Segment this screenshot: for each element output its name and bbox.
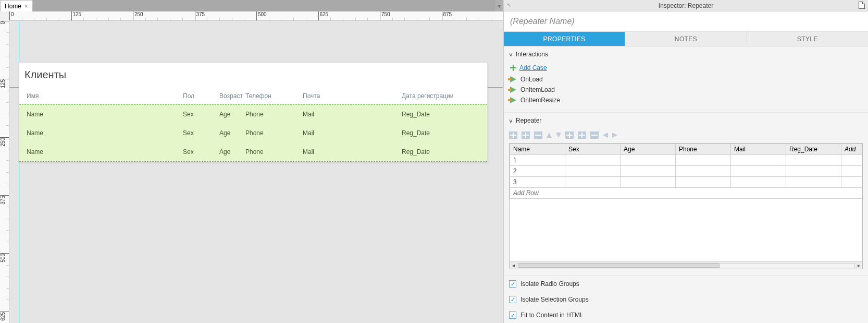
checkbox-isolate-selection[interactable]: Isolate Selection Groups: [504, 292, 868, 307]
section-repeater: Repeater NameSexAgePhoneMailReg_DateAdd1…: [504, 113, 868, 276]
dataset-cell[interactable]: [565, 166, 621, 177]
checkbox-fit-to-content[interactable]: Fit to Content in HTML: [504, 307, 868, 323]
event-label: OnItemLoad: [520, 86, 555, 93]
tab-notes[interactable]: NOTES: [625, 32, 747, 46]
dataset-row[interactable]: 1: [510, 155, 862, 166]
page-tab-label: Home: [5, 3, 21, 10]
section-header-repeater[interactable]: Repeater: [504, 113, 868, 128]
event-item[interactable]: OnItemLoad: [510, 86, 862, 93]
section-header-interactions[interactable]: Interactions: [504, 46, 868, 62]
move-up-icon[interactable]: [547, 133, 552, 138]
dataset-column-header[interactable]: Mail: [731, 144, 786, 155]
cell-sex: Sex: [183, 111, 219, 118]
canvas-area[interactable]: Клиенты Имя Пол Возраст Телефон Почта Да…: [9, 21, 503, 323]
dataset-cell[interactable]: [731, 155, 786, 166]
cell-sex: Sex: [183, 129, 219, 137]
dataset-cell[interactable]: [731, 177, 786, 188]
checkbox-isolate-radio[interactable]: Isolate Radio Groups: [504, 276, 868, 292]
dataset-cell[interactable]: [786, 166, 841, 177]
event-icon: [510, 87, 516, 93]
insert-row-icon[interactable]: [509, 131, 517, 139]
dataset-horizontal-scrollbar[interactable]: ◂ ▸: [510, 261, 862, 269]
table-row[interactable]: NameSexAgePhoneMailReg_Date: [19, 124, 487, 142]
dataset-column-header[interactable]: Phone: [676, 144, 731, 155]
table-row[interactable]: NameSexAgePhoneMailReg_Date: [19, 142, 487, 161]
tab-style[interactable]: STYLE: [747, 32, 868, 46]
checkbox-icon[interactable]: [509, 280, 516, 288]
inspector-tabs: PROPERTIES NOTES STYLE: [504, 32, 868, 46]
dataset-cell[interactable]: [786, 155, 841, 166]
widget-name-input[interactable]: (Repeater Name): [504, 11, 868, 32]
dataset-row[interactable]: 2: [510, 166, 862, 177]
cell-sex: Sex: [183, 148, 219, 155]
event-item[interactable]: OnLoad: [510, 76, 862, 83]
dataset-cell[interactable]: [786, 177, 841, 188]
checkbox-icon[interactable]: [509, 296, 516, 303]
dataset-add-column[interactable]: Add: [841, 144, 862, 155]
header-phone: Телефон: [245, 92, 303, 100]
ruler-vertical[interactable]: 0125250375500625: [0, 21, 9, 323]
delete-column-icon[interactable]: [534, 131, 542, 139]
dataset-cell[interactable]: [731, 166, 786, 177]
cell-age: Age: [219, 129, 245, 137]
event-item[interactable]: OnItemResize: [510, 97, 862, 104]
section-interactions: Interactions Add Case OnLoadOnItemLoadOn…: [504, 46, 868, 113]
close-icon[interactable]: ×: [24, 3, 28, 10]
dataset-cell[interactable]: [676, 166, 731, 177]
cell-phone: Phone: [245, 129, 303, 137]
add-case-button[interactable]: Add Case: [509, 62, 863, 76]
ruler-horizontal[interactable]: 01252503755006257508751000: [0, 11, 503, 21]
add-row-icon[interactable]: [565, 131, 574, 139]
dataset-column-header[interactable]: Sex: [565, 144, 621, 155]
tab-properties[interactable]: PROPERTIES: [504, 32, 625, 46]
event-label: OnItemResize: [520, 97, 560, 104]
dataset-row[interactable]: 3: [510, 177, 862, 188]
cell-phone: Phone: [245, 111, 303, 118]
repeater-widget[interactable]: NameSexAgePhoneMailReg_DateNameSexAgePho…: [19, 104, 487, 162]
section-title: Repeater: [516, 117, 541, 124]
dataset-cell[interactable]: [621, 155, 676, 166]
ruler-corner: [0, 11, 9, 21]
inspector-panel: ↖ Inspector: Repeater (Repeater Name) PR…: [503, 0, 868, 323]
dataset-column-header[interactable]: Name: [510, 144, 565, 155]
scroll-right-button[interactable]: ▸: [855, 262, 862, 269]
page-tab-home[interactable]: Home ×: [0, 0, 33, 11]
dataset-cell[interactable]: [621, 177, 676, 188]
dataset-add-row[interactable]: Add Row: [510, 188, 862, 199]
cell-reg: Reg_Date: [402, 111, 480, 118]
tabs-dropdown-button[interactable]: [495, 0, 503, 11]
move-left-icon[interactable]: [603, 133, 608, 138]
cell-age: Age: [219, 111, 245, 118]
delete-row-icon[interactable]: [590, 131, 599, 139]
table-row[interactable]: NameSexAgePhoneMailReg_Date: [19, 105, 487, 124]
dataset-cell[interactable]: [676, 155, 731, 166]
header-name: Имя: [27, 92, 183, 100]
add-case-link[interactable]: Add Case: [519, 64, 547, 71]
card-clients[interactable]: Клиенты Имя Пол Возраст Телефон Почта Да…: [19, 62, 488, 162]
dataset-cell[interactable]: [565, 177, 621, 188]
dataset-column-header[interactable]: Reg_Date: [786, 144, 841, 155]
cell-mail: Mail: [303, 129, 402, 137]
dataset-cell[interactable]: [565, 155, 621, 166]
header-age: Возраст: [219, 92, 245, 100]
move-right-icon[interactable]: [612, 133, 617, 138]
scroll-left-button[interactable]: ◂: [510, 262, 517, 269]
cell-mail: Mail: [303, 111, 402, 118]
insert-column-icon[interactable]: [522, 131, 530, 139]
move-down-icon[interactable]: [556, 133, 561, 138]
cell-reg: Reg_Date: [402, 148, 480, 155]
dataset-cell[interactable]: [621, 166, 676, 177]
checkbox-label: Isolate Radio Groups: [520, 280, 579, 288]
add-column-icon[interactable]: [578, 131, 586, 139]
dataset-row-index: 1: [510, 155, 565, 166]
cell-age: Age: [219, 148, 245, 155]
chevron-down-icon: [509, 51, 513, 58]
dataset-cell[interactable]: [676, 177, 731, 188]
header-mail: Почта: [303, 92, 402, 100]
cell-phone: Phone: [245, 148, 303, 155]
dataset-grid[interactable]: NameSexAgePhoneMailReg_DateAdd1 2 3 Add …: [509, 143, 863, 269]
new-page-icon[interactable]: [859, 2, 865, 9]
checkbox-icon[interactable]: [509, 312, 516, 319]
dataset-column-header[interactable]: Age: [621, 144, 676, 155]
chevron-down-icon: [509, 117, 513, 124]
